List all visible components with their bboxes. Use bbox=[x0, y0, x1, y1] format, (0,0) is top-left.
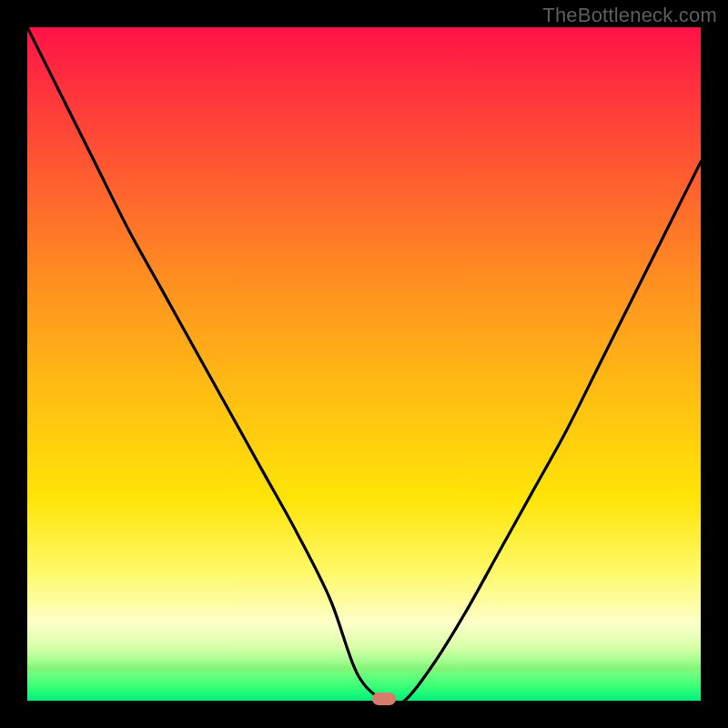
bottleneck-curve bbox=[27, 27, 701, 701]
watermark-text: TheBottleneck.com bbox=[542, 4, 717, 27]
plot-area bbox=[27, 27, 701, 701]
bottleneck-marker bbox=[372, 693, 396, 705]
chart-frame: TheBottleneck.com bbox=[0, 0, 728, 728]
